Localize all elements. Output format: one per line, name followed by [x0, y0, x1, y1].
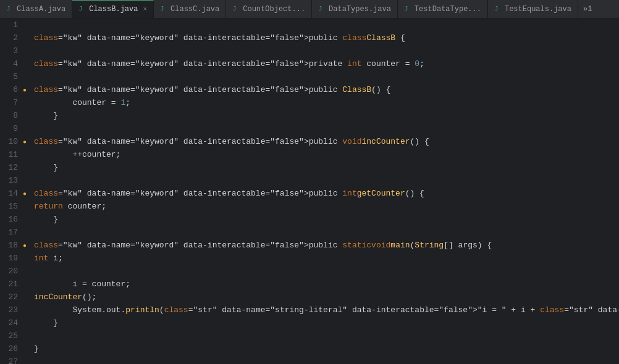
- line-number: 23: [0, 304, 23, 316]
- code-line: [34, 70, 619, 83]
- tab-label: TestDataType...: [415, 5, 481, 14]
- line-number: 26: [0, 342, 23, 355]
- java-file-icon: J: [404, 4, 411, 14]
- line-numbers: 1234567891011121314151617181920212223242…: [0, 19, 28, 364]
- tab-label: DataTypes.java: [329, 5, 391, 14]
- number-literal: 1: [120, 96, 125, 109]
- line-number: 15: [0, 200, 23, 213]
- keyword: void: [342, 135, 361, 148]
- keyword: static: [342, 239, 371, 252]
- keyword: class: [34, 57, 58, 70]
- code-line: }: [34, 342, 619, 355]
- line-number: 13: [0, 174, 23, 187]
- code-line: class="kw" data-name="keyword" data-inte…: [34, 135, 619, 148]
- code-line: ++counter;: [34, 148, 619, 161]
- code-line: incCounter();: [34, 291, 619, 304]
- keyword: void: [371, 239, 390, 252]
- line-number: 9: [0, 122, 23, 135]
- code-line: class="kw" data-name="keyword" data-inte…: [34, 239, 619, 252]
- code-line: int i;: [34, 252, 619, 265]
- code-line: [34, 329, 619, 342]
- line-number: 25: [0, 329, 23, 342]
- code-line: }: [34, 213, 619, 226]
- tab-classA[interactable]: JClassA.java: [0, 0, 72, 19]
- line-number: 27: [0, 355, 23, 364]
- svg-text:J: J: [233, 6, 236, 12]
- line-number: 1: [0, 19, 23, 31]
- line-number: 4: [0, 57, 23, 70]
- keyword: class: [164, 304, 188, 316]
- code-line: [34, 19, 619, 31]
- line-number: 2: [0, 31, 23, 44]
- function-name: println: [125, 304, 159, 316]
- keyword: class: [342, 31, 366, 44]
- line-number: 10: [0, 135, 23, 148]
- class-name: String: [415, 239, 444, 252]
- keyword: int: [34, 252, 48, 265]
- line-number: 24: [0, 316, 23, 329]
- code-line: }: [34, 161, 619, 174]
- tab-overflow-indicator[interactable]: »1: [578, 5, 597, 14]
- keyword: class: [34, 135, 58, 148]
- class-name: ClassB: [366, 31, 395, 44]
- function-name: incCounter: [34, 291, 82, 304]
- line-number: 5: [0, 70, 23, 83]
- keyword: class: [540, 304, 564, 316]
- line-number: 18: [0, 239, 23, 252]
- keyword: class: [34, 31, 58, 44]
- code-line: class="kw" data-name="keyword" data-inte…: [34, 83, 619, 96]
- code-line: return counter;: [34, 200, 619, 213]
- tab-label: CountObject...: [243, 5, 305, 14]
- code-line: [34, 265, 619, 278]
- tab-classC[interactable]: JClassC.java: [154, 0, 226, 19]
- keyword: class: [34, 239, 58, 252]
- function-name: incCounter: [362, 135, 410, 148]
- function-name: getCounter: [357, 187, 405, 200]
- tab-label: TestEquals.java: [505, 5, 571, 14]
- line-number: 8: [0, 109, 23, 122]
- code-line: [34, 226, 619, 239]
- code-line: i = counter;: [34, 278, 619, 291]
- line-number: 11: [0, 148, 23, 161]
- function-name: main: [390, 239, 410, 252]
- code-line: System.out.println(class="str" data-name…: [34, 304, 619, 316]
- line-number: 6: [0, 83, 23, 96]
- java-file-icon: J: [6, 4, 14, 14]
- java-file-icon: J: [160, 4, 167, 14]
- line-number: 12: [0, 161, 23, 174]
- tab-label: ClassB.java: [89, 5, 138, 14]
- tab-label: ClassC.java: [171, 5, 219, 14]
- java-file-icon: J: [232, 4, 240, 14]
- code-line: [34, 44, 619, 57]
- tab-classB[interactable]: JClassB.java×: [72, 0, 154, 19]
- svg-text:J: J: [79, 6, 82, 12]
- code-content[interactable]: class="kw" data-name="keyword" data-inte…: [28, 19, 619, 364]
- code-line: }: [34, 316, 619, 329]
- line-number: 22: [0, 291, 23, 304]
- keyword: return: [34, 200, 63, 213]
- tab-testDataType[interactable]: JTestDataType...: [398, 0, 488, 19]
- code-line: class="kw" data-name="keyword" data-inte…: [34, 187, 619, 200]
- line-number: 19: [0, 252, 23, 265]
- code-area: 1234567891011121314151617181920212223242…: [0, 19, 619, 364]
- tab-countObject[interactable]: JCountObject...: [226, 0, 312, 19]
- keyword: int: [347, 57, 361, 70]
- line-number: 14: [0, 187, 23, 200]
- keyword: class: [34, 83, 58, 96]
- class-name: ClassB: [342, 83, 371, 96]
- java-file-icon: J: [78, 4, 86, 14]
- line-number: 16: [0, 213, 23, 226]
- tab-dataTypes[interactable]: JDataTypes.java: [312, 0, 398, 19]
- tab-bar: JClassA.javaJClassB.java×JClassC.javaJCo…: [0, 0, 619, 19]
- keyword: int: [342, 187, 356, 200]
- svg-text:J: J: [7, 6, 10, 12]
- svg-text:J: J: [495, 6, 498, 12]
- tab-close-button[interactable]: ×: [143, 6, 147, 13]
- tab-testEquals[interactable]: JTestEquals.java: [488, 0, 578, 19]
- line-number: 20: [0, 265, 23, 278]
- java-file-icon: J: [494, 4, 502, 14]
- svg-text:J: J: [405, 6, 408, 12]
- code-line: class="kw" data-name="keyword" data-inte…: [34, 57, 619, 70]
- line-number: 21: [0, 278, 23, 291]
- svg-text:J: J: [161, 6, 164, 12]
